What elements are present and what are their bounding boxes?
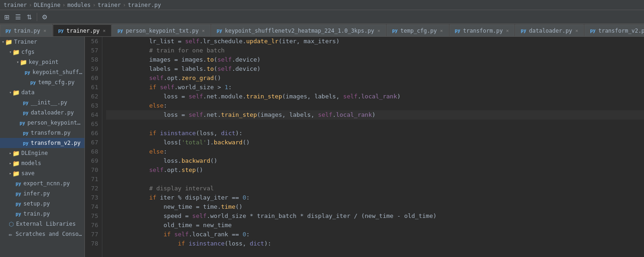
tab-close-trainer[interactable]: ✕ <box>102 28 106 34</box>
tab-dataloader[interactable]: py dataloader.py ✕ <box>515 24 584 36</box>
line-number-74: 74 <box>87 202 98 211</box>
tab-close-keypoint_shufflenetv2[interactable]: ✕ <box>376 28 381 34</box>
token-73-0 <box>106 193 149 202</box>
sidebar-item-setup_py[interactable]: py setup.py <box>0 199 84 209</box>
sidebar-item-__init__[interactable]: py __init__.py <box>0 97 84 108</box>
token-75-2: .world_size * train_batch * display_iter… <box>207 211 437 221</box>
toolbar-btn-menu[interactable]: ☰ <box>13 12 23 22</box>
token-67-2: ]. <box>207 138 214 147</box>
tab-label-person_keypoint_txt: person_keypoint_txt.py <box>126 28 199 34</box>
breadcrumb-item-0[interactable]: trainer <box>4 2 27 8</box>
breadcrumb-item-3[interactable]: trainer <box>98 2 121 8</box>
icon-export_ncnn_py: py <box>15 180 22 187</box>
token-78-3: (loss, <box>224 239 250 248</box>
line-number-75: 75 <box>87 211 98 221</box>
toolbar-btn-layout[interactable]: ⊞ <box>2 12 12 22</box>
tab-py-icon-dataloader: py <box>520 28 526 34</box>
sidebar-item-dataloader_py[interactable]: py dataloader.py <box>0 108 84 118</box>
sidebar-label-transform_py: transform.py <box>31 130 71 136</box>
sidebar-item-models[interactable]: ▸ 📁 models <box>0 158 84 168</box>
toolbar-btn-settings[interactable]: ⚙ <box>39 12 50 22</box>
sidebar-item-data[interactable]: ▾ 📁 data <box>0 87 84 97</box>
token-77-1: if <box>163 230 174 239</box>
token-64-0: loss = <box>106 110 189 120</box>
sidebar-item-cfgs[interactable]: ▾ 📁 cfgs <box>0 47 84 57</box>
sidebar-item-DLEngine[interactable]: ▸ 📁 DLEngine <box>0 148 84 158</box>
sidebar-item-export_ncnn_py[interactable]: py export_ncnn.py <box>0 178 84 188</box>
sidebar-item-external_libs[interactable]: ⬡ External Libraries <box>0 219 84 229</box>
tab-close-train[interactable]: ✕ <box>43 28 47 34</box>
sidebar-item-temp_cfg_py[interactable]: py temp_cfg.py <box>0 77 84 87</box>
token-64-8: ) <box>372 110 375 120</box>
tab-py-icon-person_keypoint_txt: py <box>117 28 123 34</box>
breadcrumb-sep-1: › <box>62 2 66 8</box>
tab-close-temp_cfg[interactable]: ✕ <box>439 28 444 34</box>
sidebar-label-scratches: Scratches and Consoles <box>16 231 83 237</box>
sidebar-item-train_py[interactable]: py train.py <box>0 209 84 219</box>
tab-person_keypoint_txt[interactable]: py person_keypoint_txt.py ✕ <box>112 24 211 36</box>
token-62-0: loss = <box>106 92 189 101</box>
tab-trainer[interactable]: py trainer.py ✕ <box>53 24 112 36</box>
tab-py-icon-train: py <box>5 28 11 34</box>
sidebar-label-setup_py: setup.py <box>23 200 50 207</box>
breadcrumb-item-2[interactable]: modules <box>67 2 91 8</box>
token-62-8: ) <box>397 92 401 101</box>
code-area[interactable]: 5657585960616263646566676869707172◆73747… <box>85 37 644 257</box>
main-layout: ▾ 📁 Trainer ▾ 📁 cfgs ▾ 📁 key_point py ke… <box>0 37 644 257</box>
token-63-2: : <box>163 101 167 110</box>
token-64-6: . <box>332 110 336 120</box>
token-70-4: () <box>196 166 203 175</box>
sidebar-item-transform_v2_py[interactable]: py transform_v2.py <box>0 138 84 148</box>
tab-close-person_keypoint_txt[interactable]: ✕ <box>201 28 206 34</box>
toolbar-btn-sort[interactable]: ⇅ <box>24 12 34 22</box>
tab-transform[interactable]: py transform.py ✕ <box>449 24 515 36</box>
tab-close-dataloader[interactable]: ✕ <box>574 28 579 34</box>
token-69-1: backward <box>181 156 210 166</box>
line-number-58: 58 <box>87 55 98 64</box>
tab-close-transform[interactable]: ✕ <box>505 28 510 34</box>
token-64-4: (images, labels, <box>257 110 318 120</box>
sidebar-label-transform_v2_py: transform_v2.py <box>31 140 80 146</box>
token-62-4: (images, labels, <box>282 92 343 101</box>
tab-train[interactable]: py train.py ✕ <box>0 24 52 36</box>
sidebar-item-key_point[interactable]: ▾ 📁 key_point <box>0 57 84 67</box>
token-56-3: update_lr <box>246 37 278 46</box>
token-60-2: .opt. <box>163 74 181 83</box>
sidebar-item-save[interactable]: ▸ 📁 save <box>0 168 84 178</box>
token-60-4: () <box>214 74 221 83</box>
breadcrumb-item-4[interactable]: trainer.py <box>128 2 161 8</box>
code-line-70: self.opt.step() <box>106 166 644 175</box>
tab-keypoint_shufflenetv2[interactable]: py keypoint_shufflenetv2_heatmap_224_1.0… <box>211 24 386 36</box>
sidebar-item-trainer-root[interactable]: ▾ 📁 Trainer <box>0 37 84 47</box>
sidebar-label-external_libs: External Libraries <box>16 221 76 227</box>
sidebar-item-scratches[interactable]: ✏ Scratches and Consoles <box>0 229 84 239</box>
breadcrumb-item-1[interactable]: DLEngine <box>34 2 61 8</box>
token-64-5: self <box>318 110 332 120</box>
toolbar: ⊞ ☰ ⇅ ⚙ <box>0 10 644 24</box>
token-62-6: . <box>358 92 361 101</box>
icon-setup_py: py <box>15 200 22 207</box>
code-line-57: # train for one batch <box>106 46 644 55</box>
icon-__init__: py <box>22 99 29 106</box>
line-number-57: 57 <box>87 46 98 55</box>
sidebar-item-keypoint_shuffle[interactable]: py keypoint_shuffle... <box>0 67 84 77</box>
arrow-DLEngine: ▸ <box>9 151 11 155</box>
token-63-0 <box>106 101 149 110</box>
tab-transform_v2[interactable]: py transform_v2.py ✕ <box>584 24 644 36</box>
token-56-2: .lr_schedule. <box>200 37 246 46</box>
tab-temp_cfg[interactable]: py temp_cfg.py ✕ <box>386 24 449 36</box>
tab-py-icon-transform: py <box>454 28 461 34</box>
token-66-1: if <box>149 129 160 138</box>
sidebar-item-infer_py[interactable]: py infer.py <box>0 188 84 199</box>
icon-cfgs: 📁 <box>12 48 20 56</box>
tab-py-icon-trainer: py <box>58 28 64 34</box>
token-60-0 <box>106 74 149 83</box>
token-77-2: self <box>174 230 189 239</box>
breadcrumb-sep-3: › <box>123 2 126 8</box>
sidebar-item-person_keypoint_t[interactable]: py person_keypoint_t... <box>0 118 84 128</box>
token-75-1: self <box>192 211 207 221</box>
line-number-61: 61 <box>87 83 98 92</box>
token-56-1: self <box>185 37 199 46</box>
code-line-66: if isinstance(loss, dict): <box>106 129 644 138</box>
sidebar-item-transform_py[interactable]: py transform.py <box>0 128 84 138</box>
